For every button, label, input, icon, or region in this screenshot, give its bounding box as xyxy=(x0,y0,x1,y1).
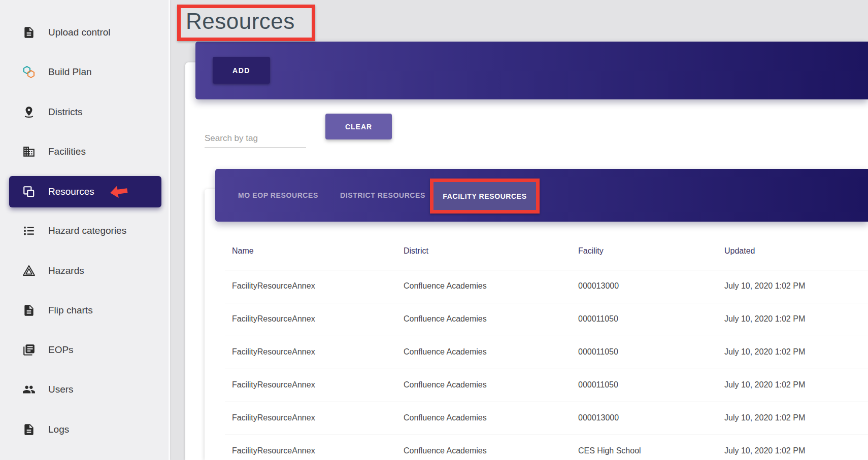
sidebar-item-label: Districts xyxy=(48,107,83,118)
sidebar-item-hazards[interactable]: Hazards xyxy=(0,255,170,287)
sidebar-item-eops[interactable]: EOPs xyxy=(0,334,170,366)
search-by-tag-input[interactable] xyxy=(205,129,306,148)
table-row[interactable]: FacilityResourceAnnex Confluence Academi… xyxy=(225,303,868,336)
cell-facility: 000011050 xyxy=(578,380,618,390)
sidebar-item-label: Build Plan xyxy=(48,66,92,78)
cell-updated: July 10, 2020 1:02 PM xyxy=(724,380,805,390)
cell-district: Confluence Academies xyxy=(404,446,487,455)
build-plan-hexagons-icon xyxy=(22,65,36,79)
tab-mo-eop-resources[interactable]: MO EOP RESOURCES xyxy=(238,191,318,199)
sidebar-item-build-plan[interactable]: Build Plan xyxy=(0,56,170,88)
sidebar-item-resources[interactable]: Resources xyxy=(9,176,161,207)
sidebar-item-label: Logs xyxy=(48,424,69,435)
document-icon xyxy=(22,423,36,436)
cell-updated: July 10, 2020 1:02 PM xyxy=(724,446,805,455)
cell-name: FacilityResourceAnnex xyxy=(232,413,315,422)
cell-updated: July 10, 2020 1:02 PM xyxy=(724,281,805,291)
table-row[interactable]: FacilityResourceAnnex Confluence Academi… xyxy=(225,435,868,460)
column-header-facility: Facility xyxy=(578,246,604,256)
sidebar: Upload control Build Plan Districts xyxy=(0,0,170,460)
document-icon xyxy=(22,304,36,317)
red-arrow-icon xyxy=(109,184,128,200)
cell-updated: July 10, 2020 1:02 PM xyxy=(724,413,805,422)
cell-district: Confluence Academies xyxy=(404,413,487,422)
column-header-name: Name xyxy=(232,246,254,256)
cell-district: Confluence Academies xyxy=(404,347,487,357)
cell-district: Confluence Academies xyxy=(404,281,487,291)
sidebar-item-facilities[interactable]: Facilities xyxy=(0,136,170,167)
column-header-updated: Updated xyxy=(724,246,755,256)
sidebar-item-users[interactable]: Users xyxy=(0,374,170,405)
sidebar-item-label: Hazards xyxy=(48,265,84,276)
sidebar-item-label: Resources xyxy=(48,186,94,197)
sidebar-item-districts[interactable]: Districts xyxy=(0,96,170,128)
cell-district: Confluence Academies xyxy=(404,380,487,390)
cell-name: FacilityResourceAnnex xyxy=(232,380,315,390)
cell-updated: July 10, 2020 1:02 PM xyxy=(724,314,805,324)
page-title: Resources xyxy=(186,9,295,34)
sidebar-item-hazard-categories[interactable]: Hazard categories xyxy=(0,215,170,246)
cell-facility: CES High School xyxy=(578,446,641,455)
tab-district-resources[interactable]: DISTRICT RESOURCES xyxy=(340,191,425,199)
cell-district: Confluence Academies xyxy=(404,314,487,324)
cell-facility: 000013000 xyxy=(578,413,619,422)
cell-name: FacilityResourceAnnex xyxy=(232,281,315,291)
table-row[interactable]: FacilityResourceAnnex Confluence Academi… xyxy=(225,369,868,402)
cell-updated: July 10, 2020 1:02 PM xyxy=(724,347,805,357)
cell-name: FacilityResourceAnnex xyxy=(232,347,315,357)
sidebar-item-label: Facilities xyxy=(48,146,86,157)
sidebar-item-label: Flip charts xyxy=(48,305,93,316)
list-icon xyxy=(22,224,36,237)
table-row[interactable]: FacilityResourceAnnex Confluence Academi… xyxy=(225,336,868,369)
book-pages-icon xyxy=(22,343,36,357)
sidebar-item-label: EOPs xyxy=(48,344,74,356)
cell-facility: 000011050 xyxy=(578,314,618,324)
location-pin-icon xyxy=(22,105,36,119)
admin-app-window: Upload control Build Plan Districts xyxy=(0,0,868,460)
sidebar-item-label: Upload control xyxy=(48,27,111,38)
sidebar-item-flip-charts[interactable]: Flip charts xyxy=(0,295,170,326)
sidebar-item-label: Hazard categories xyxy=(48,225,126,236)
document-icon xyxy=(22,26,36,39)
tab-highlight-box[interactable]: FACILITY RESOURCES xyxy=(430,179,540,214)
cell-name: FacilityResourceAnnex xyxy=(232,446,315,455)
cell-facility: 000013000 xyxy=(578,281,619,291)
users-icon xyxy=(22,383,36,396)
table-row[interactable]: FacilityResourceAnnex Confluence Academi… xyxy=(225,402,868,435)
sidebar-item-label: Users xyxy=(48,384,74,395)
clear-button[interactable]: CLEAR xyxy=(325,114,392,139)
sidebar-item-logs[interactable]: Logs xyxy=(0,414,170,445)
cell-facility: 000011050 xyxy=(578,347,618,357)
resources-toolbar: ADD xyxy=(195,42,868,99)
column-header-district: District xyxy=(404,246,428,256)
add-button[interactable]: ADD xyxy=(213,57,270,84)
table-row[interactable]: FacilityResourceAnnex Confluence Academi… xyxy=(225,270,868,303)
building-icon xyxy=(22,145,36,158)
sidebar-item-upload-control[interactable]: Upload control xyxy=(0,17,170,48)
cell-name: FacilityResourceAnnex xyxy=(232,314,315,324)
tab-facility-resources: FACILITY RESOURCES xyxy=(443,192,526,200)
layers-icon xyxy=(22,185,36,198)
warning-triangle-icon xyxy=(22,264,36,277)
